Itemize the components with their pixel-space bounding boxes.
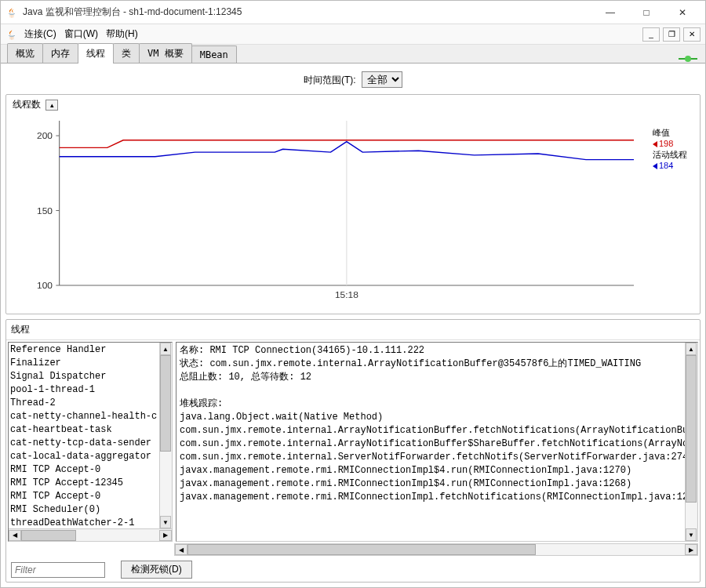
stack-frame: com.sun.jmx.remote.internal.ArrayNotific… [180,437,682,451]
legend-peak-label: 峰值 [653,128,670,137]
thread-list[interactable]: Reference HandlerFinalizerSignal Dispatc… [9,343,159,528]
legend-live-value: 184 [659,161,673,170]
thread-list-item[interactable]: cat-netty-channel-health-check [10,410,158,423]
minimize-button[interactable]: — [592,2,628,24]
stack-frame: com.sun.jmx.remote.internal.ArrayNotific… [180,424,682,437]
svg-text:15:18: 15:18 [335,290,358,299]
thread-list-item[interactable]: pool-1-thread-1 [10,383,158,397]
scroll-left-button[interactable]: ◀ [9,530,21,541]
thread-count-chart: 10015020015:18 [13,113,693,309]
main-window: Java 监视和管理控制台 - sh1-md-document-1:12345 … [0,0,706,588]
thread-list-item[interactable]: RMI Scheduler(0) [10,503,158,517]
connection-status-icon [679,55,697,63]
scroll-down-button[interactable]: ▼ [686,528,697,541]
tab-threads[interactable]: 线程 [78,43,114,64]
thread-list-item[interactable]: threadDeathWatcher-2-1 [10,517,158,528]
thread-list-container: Reference HandlerFinalizerSignal Dispatc… [8,342,173,542]
svg-point-2 [685,56,691,62]
menu-window[interactable]: 窗口(W) [64,27,98,41]
time-range-label: 时间范围(T): [304,74,356,85]
thread-list-item[interactable]: Signal Dispatcher [10,370,158,383]
legend-peak-value: 198 [659,139,673,148]
thread-detail-text: 名称: RMI TCP Connection(34165)-10.1.111.2… [176,343,685,541]
thread-list-item[interactable]: Reference Handler [10,343,158,357]
menu-connection[interactable]: 连接(C) [24,27,56,41]
tab-memory[interactable]: 内存 [42,43,78,63]
thread-list-item[interactable]: RMI TCP Accept-0 [10,463,158,477]
stack-frame: javax.management.remote.rmi.RMIConnectio… [180,491,682,504]
stack-frame: java.lang.Object.wait(Native Method) [180,411,682,424]
thread-count-chart-panel: 线程数 ▴ 10015020015:18 峰值 198 活动线程 184 [5,94,701,314]
scroll-up-button[interactable]: ▲ [686,343,697,355]
thread-list-item[interactable]: cat-local-data-aggregator [10,450,158,463]
thread-list-item[interactable]: Thread-2 [10,397,158,410]
svg-text:100: 100 [37,281,53,290]
svg-text:150: 150 [37,206,53,216]
stack-frame: javax.management.remote.rmi.RMIConnectio… [180,477,682,491]
thread-list-item[interactable]: RMI TCP Accept-12345 [10,477,158,490]
thread-list-item[interactable]: cat-netty-tcp-data-sender [10,437,158,450]
scroll-down-button[interactable]: ▼ [160,516,171,528]
thread-detail-container: 名称: RMI TCP Connection(34165)-10.1.111.2… [176,342,698,542]
scrollbar-thumb[interactable] [160,355,171,452]
tab-classes[interactable]: 类 [113,43,140,63]
legend-live-label: 活动线程 [653,150,687,159]
mdi-minimize[interactable]: _ [642,27,660,42]
chart-collapse-button[interactable]: ▴ [45,100,58,111]
tab-overview[interactable]: 概览 [7,43,43,63]
triangle-left-icon [653,141,657,147]
triangle-left-icon [653,163,657,169]
thread-list-item[interactable]: RMI TCP Accept-0 [10,490,158,503]
close-button[interactable]: ✕ [664,2,701,24]
tab-mbeans[interactable]: MBean [191,45,237,63]
vertical-scrollbar[interactable]: ▲ ▼ [685,343,697,541]
java-icon [5,6,18,19]
threads-panel-title: 线程 [6,320,700,340]
scrollbar-thumb[interactable] [187,544,536,555]
scroll-right-button[interactable]: ▶ [685,544,697,555]
stack-frame: com.sun.jmx.remote.internal.ServerNotifF… [180,451,682,464]
window-title: Java 监视和管理控制台 - sh1-md-document-1:12345 [23,5,592,19]
thread-filter-input[interactable] [11,562,105,578]
java-icon [5,28,18,41]
menubar: 连接(C) 窗口(W) 帮助(H) _ ❐ ✕ [1,24,705,45]
mdi-close[interactable]: ✕ [683,27,701,42]
svg-text:200: 200 [37,132,53,141]
chart-title: 线程数 [13,98,41,111]
stack-frame: javax.management.remote.rmi.RMIConnectio… [180,464,682,477]
menu-help[interactable]: 帮助(H) [106,27,138,41]
maximize-button[interactable]: □ [628,2,664,24]
titlebar: Java 监视和管理控制台 - sh1-md-document-1:12345 … [1,1,705,24]
thread-list-item[interactable]: cat-heartbeat-task [10,423,158,437]
tab-bar: 概览 内存 线程 类 VM 概要 MBean [1,45,705,64]
threads-panel: 线程 Reference HandlerFinalizerSignal Disp… [5,319,701,583]
mdi-maximize[interactable]: ❐ [663,27,680,42]
scrollbar-thumb[interactable] [21,530,76,541]
horizontal-scrollbar[interactable]: ◀ ▶ [174,543,698,556]
scroll-up-button[interactable]: ▲ [160,343,171,355]
vertical-scrollbar[interactable]: ▲ ▼ [159,343,172,528]
scroll-left-button[interactable]: ◀ [175,544,187,555]
scrollbar-thumb[interactable] [686,355,697,503]
detect-deadlock-button[interactable]: 检测死锁(D) [121,561,192,579]
thread-list-item[interactable]: Finalizer [10,357,158,370]
horizontal-scrollbar[interactable]: ◀ ▶ [9,528,172,541]
tab-vm-summary[interactable]: VM 概要 [139,43,192,63]
scroll-right-button[interactable]: ▶ [159,530,172,541]
time-range-row: 时间范围(T): 全部 [4,65,702,94]
time-range-select[interactable]: 全部 [362,71,402,88]
